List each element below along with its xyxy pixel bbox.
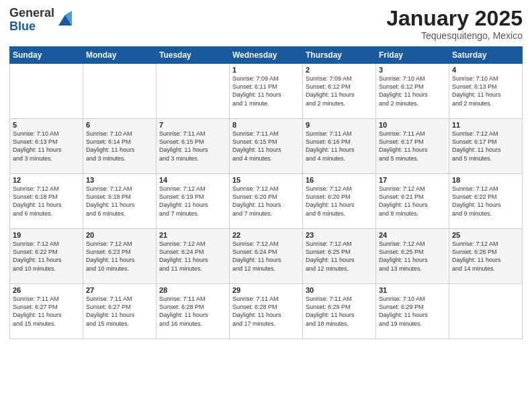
- day-number: 14: [159, 176, 226, 184]
- calendar-week-2: 5Sunrise: 7:10 AM Sunset: 6:13 PM Daylig…: [10, 119, 523, 174]
- day-number: 8: [232, 121, 300, 129]
- table-row: 18Sunrise: 7:12 AM Sunset: 6:22 PM Dayli…: [449, 174, 523, 229]
- table-row: [449, 284, 523, 339]
- logo-general: General: [9, 7, 54, 20]
- day-number: 15: [232, 176, 300, 184]
- day-number: 22: [232, 231, 300, 239]
- logo-icon: [56, 9, 75, 28]
- table-row: 19Sunrise: 7:12 AM Sunset: 6:22 PM Dayli…: [10, 229, 83, 284]
- day-info: Sunrise: 7:12 AM Sunset: 6:18 PM Dayligh…: [86, 185, 153, 218]
- day-info: Sunrise: 7:10 AM Sunset: 6:13 PM Dayligh…: [452, 75, 519, 107]
- table-row: 15Sunrise: 7:12 AM Sunset: 6:20 PM Dayli…: [230, 174, 303, 229]
- day-info: Sunrise: 7:12 AM Sunset: 6:24 PM Dayligh…: [159, 240, 226, 273]
- day-info: Sunrise: 7:12 AM Sunset: 6:17 PM Dayligh…: [452, 130, 519, 163]
- table-row: 20Sunrise: 7:12 AM Sunset: 6:23 PM Dayli…: [83, 229, 157, 284]
- day-number: 24: [379, 231, 446, 239]
- day-info: Sunrise: 7:11 AM Sunset: 6:28 PM Dayligh…: [232, 295, 300, 328]
- day-info: Sunrise: 7:10 AM Sunset: 6:12 PM Dayligh…: [379, 75, 446, 107]
- day-info: Sunrise: 7:12 AM Sunset: 6:22 PM Dayligh…: [452, 185, 519, 218]
- logo-blue: Blue: [9, 20, 54, 34]
- day-info: Sunrise: 7:12 AM Sunset: 6:20 PM Dayligh…: [232, 185, 300, 218]
- day-info: Sunrise: 7:10 AM Sunset: 6:14 PM Dayligh…: [86, 130, 153, 163]
- header-friday: Friday: [376, 47, 449, 64]
- table-row: 26Sunrise: 7:11 AM Sunset: 6:27 PM Dayli…: [10, 284, 83, 339]
- table-row: 28Sunrise: 7:11 AM Sunset: 6:28 PM Dayli…: [157, 284, 230, 339]
- day-info: Sunrise: 7:11 AM Sunset: 6:27 PM Dayligh…: [86, 295, 153, 328]
- day-info: Sunrise: 7:10 AM Sunset: 6:13 PM Dayligh…: [13, 130, 80, 163]
- header-thursday: Thursday: [303, 47, 376, 64]
- table-row: 10Sunrise: 7:11 AM Sunset: 6:17 PM Dayli…: [376, 119, 449, 174]
- day-number: 13: [86, 176, 153, 184]
- day-number: 20: [86, 231, 153, 239]
- table-row: 11Sunrise: 7:12 AM Sunset: 6:17 PM Dayli…: [449, 119, 523, 174]
- day-number: 4: [452, 66, 519, 74]
- day-info: Sunrise: 7:11 AM Sunset: 6:27 PM Dayligh…: [13, 295, 80, 328]
- table-row: 4Sunrise: 7:10 AM Sunset: 6:13 PM Daylig…: [449, 64, 523, 119]
- table-row: 6Sunrise: 7:10 AM Sunset: 6:14 PM Daylig…: [83, 119, 157, 174]
- day-info: Sunrise: 7:09 AM Sunset: 6:11 PM Dayligh…: [232, 75, 300, 107]
- table-row: [157, 64, 230, 119]
- day-number: 9: [306, 121, 373, 129]
- day-number: 23: [306, 231, 373, 239]
- table-row: 13Sunrise: 7:12 AM Sunset: 6:18 PM Dayli…: [83, 174, 157, 229]
- calendar-week-3: 12Sunrise: 7:12 AM Sunset: 6:18 PM Dayli…: [10, 174, 523, 229]
- day-number: 21: [159, 231, 226, 239]
- day-info: Sunrise: 7:12 AM Sunset: 6:18 PM Dayligh…: [13, 185, 80, 218]
- day-number: 12: [13, 176, 80, 184]
- day-info: Sunrise: 7:12 AM Sunset: 6:22 PM Dayligh…: [13, 240, 80, 273]
- calendar-table: Sunday Monday Tuesday Wednesday Thursday…: [9, 46, 523, 339]
- day-info: Sunrise: 7:12 AM Sunset: 6:25 PM Dayligh…: [306, 240, 373, 273]
- table-row: 31Sunrise: 7:10 AM Sunset: 6:29 PM Dayli…: [376, 284, 449, 339]
- calendar-week-4: 19Sunrise: 7:12 AM Sunset: 6:22 PM Dayli…: [10, 229, 523, 284]
- table-row: 30Sunrise: 7:11 AM Sunset: 6:29 PM Dayli…: [303, 284, 376, 339]
- day-info: Sunrise: 7:11 AM Sunset: 6:29 PM Dayligh…: [306, 295, 373, 328]
- calendar-header-row: Sunday Monday Tuesday Wednesday Thursday…: [10, 47, 523, 64]
- table-row: 5Sunrise: 7:10 AM Sunset: 6:13 PM Daylig…: [10, 119, 83, 174]
- header-wednesday: Wednesday: [230, 47, 303, 64]
- header-sunday: Sunday: [10, 47, 83, 64]
- day-number: 18: [452, 176, 519, 184]
- day-number: 26: [13, 286, 80, 294]
- day-info: Sunrise: 7:11 AM Sunset: 6:17 PM Dayligh…: [379, 130, 446, 163]
- day-number: 19: [13, 231, 80, 239]
- day-number: 27: [86, 286, 153, 294]
- day-info: Sunrise: 7:12 AM Sunset: 6:26 PM Dayligh…: [452, 240, 519, 273]
- table-row: 12Sunrise: 7:12 AM Sunset: 6:18 PM Dayli…: [10, 174, 83, 229]
- day-number: 17: [379, 176, 446, 184]
- table-row: 16Sunrise: 7:12 AM Sunset: 6:20 PM Dayli…: [303, 174, 376, 229]
- table-row: 27Sunrise: 7:11 AM Sunset: 6:27 PM Dayli…: [83, 284, 157, 339]
- day-info: Sunrise: 7:10 AM Sunset: 6:29 PM Dayligh…: [379, 295, 446, 328]
- day-number: 31: [379, 286, 446, 294]
- day-info: Sunrise: 7:12 AM Sunset: 6:20 PM Dayligh…: [306, 185, 373, 218]
- day-info: Sunrise: 7:12 AM Sunset: 6:21 PM Dayligh…: [379, 185, 446, 218]
- day-number: 5: [13, 121, 80, 129]
- header-monday: Monday: [83, 47, 157, 64]
- day-number: 29: [232, 286, 300, 294]
- header-tuesday: Tuesday: [157, 47, 230, 64]
- logo-text: General Blue: [9, 7, 54, 34]
- logo: General Blue: [9, 7, 75, 34]
- day-info: Sunrise: 7:12 AM Sunset: 6:25 PM Dayligh…: [379, 240, 446, 273]
- table-row: 17Sunrise: 7:12 AM Sunset: 6:21 PM Dayli…: [376, 174, 449, 229]
- day-number: 16: [306, 176, 373, 184]
- table-row: 22Sunrise: 7:12 AM Sunset: 6:24 PM Dayli…: [230, 229, 303, 284]
- table-row: 14Sunrise: 7:12 AM Sunset: 6:19 PM Dayli…: [157, 174, 230, 229]
- day-info: Sunrise: 7:11 AM Sunset: 6:15 PM Dayligh…: [159, 130, 226, 163]
- table-row: 2Sunrise: 7:09 AM Sunset: 6:12 PM Daylig…: [303, 64, 376, 119]
- day-info: Sunrise: 7:11 AM Sunset: 6:16 PM Dayligh…: [306, 130, 373, 163]
- table-row: 29Sunrise: 7:11 AM Sunset: 6:28 PM Dayli…: [230, 284, 303, 339]
- day-number: 28: [159, 286, 226, 294]
- table-row: 23Sunrise: 7:12 AM Sunset: 6:25 PM Dayli…: [303, 229, 376, 284]
- table-row: [10, 64, 83, 119]
- day-info: Sunrise: 7:12 AM Sunset: 6:23 PM Dayligh…: [86, 240, 153, 273]
- day-number: 25: [452, 231, 519, 239]
- location: Tequesquitengo, Mexico: [386, 30, 523, 41]
- day-info: Sunrise: 7:11 AM Sunset: 6:28 PM Dayligh…: [159, 295, 226, 328]
- table-row: 21Sunrise: 7:12 AM Sunset: 6:24 PM Dayli…: [157, 229, 230, 284]
- day-info: Sunrise: 7:09 AM Sunset: 6:12 PM Dayligh…: [306, 75, 373, 107]
- calendar-week-1: 1Sunrise: 7:09 AM Sunset: 6:11 PM Daylig…: [10, 64, 523, 119]
- table-row: 3Sunrise: 7:10 AM Sunset: 6:12 PM Daylig…: [376, 64, 449, 119]
- table-row: 25Sunrise: 7:12 AM Sunset: 6:26 PM Dayli…: [449, 229, 523, 284]
- day-number: 3: [379, 66, 446, 74]
- table-row: 7Sunrise: 7:11 AM Sunset: 6:15 PM Daylig…: [157, 119, 230, 174]
